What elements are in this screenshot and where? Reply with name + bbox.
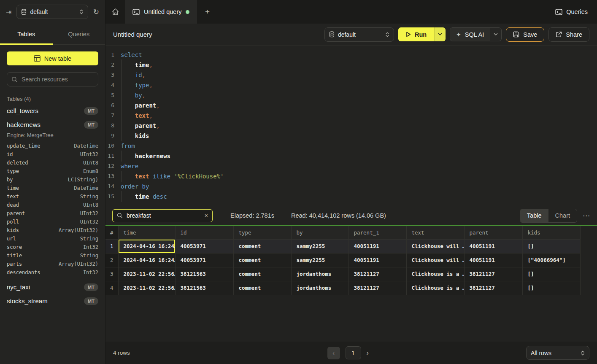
row-number[interactable]: 1 [105, 239, 118, 253]
tab-label: Untitled query [144, 8, 181, 15]
code-line[interactable]: 4 type, [105, 80, 597, 90]
column-header-kids[interactable]: kids [522, 226, 580, 239]
view-toggle-table[interactable]: Table [520, 209, 548, 222]
query-database-selector[interactable]: default [324, 27, 394, 42]
run-options-chevron[interactable] [434, 27, 446, 41]
table-cell[interactable]: 38121127 [464, 281, 522, 295]
table-cell[interactable]: 2023-11-02 22:56… [118, 281, 175, 295]
clear-search-icon[interactable]: × [205, 212, 208, 219]
code-line[interactable]: 7 text, [105, 111, 597, 121]
code-line[interactable]: 14order by [105, 181, 597, 191]
table-cell[interactable]: 38121127 [348, 281, 406, 295]
table-cell[interactable]: Clickhouse is a … [406, 267, 464, 281]
search-resources-input[interactable] [22, 76, 94, 83]
sidebar-tab-queries[interactable]: Queries [53, 24, 105, 44]
chevron-updown-icon [581, 350, 585, 356]
line-number: 4 [105, 80, 121, 90]
sidebar: Tables Queries New table Tables (4) cell… [0, 24, 105, 364]
sidebar-table-cell_towers[interactable]: cell_towersMT [7, 104, 98, 118]
sidebar-tab-tables[interactable]: Tables [0, 24, 53, 44]
code-line[interactable]: 6 parent, [105, 100, 597, 111]
column-header-by[interactable]: by [291, 226, 348, 239]
refresh-icon[interactable]: ↻ [93, 8, 99, 16]
run-button[interactable]: Run [398, 27, 434, 41]
row-number[interactable]: 3 [105, 267, 118, 281]
table-cell[interactable]: 2024-04-16 16:24… [118, 239, 175, 253]
table-cell[interactable]: Clickhouse will … [406, 239, 464, 253]
share-button[interactable]: Share [548, 27, 589, 42]
column-header-text[interactable]: text [406, 226, 464, 239]
code-line[interactable]: 8 parent, [105, 121, 597, 131]
code-line[interactable]: 9 kids [105, 131, 597, 141]
table-cell[interactable]: 40051191 [348, 239, 406, 253]
table-cell[interactable]: comment [233, 239, 291, 253]
column-header-type[interactable]: type [233, 226, 291, 239]
more-options-icon[interactable]: ⋯ [583, 211, 590, 220]
table-cell[interactable]: 2024-04-16 16:24… [118, 253, 175, 267]
next-page-icon[interactable]: › [366, 349, 368, 357]
sidebar-search[interactable] [7, 72, 98, 86]
results-search-box[interactable]: breakfast × [112, 209, 213, 222]
database-selector[interactable]: default [16, 5, 88, 19]
code-line[interactable]: 3 id, [105, 70, 597, 80]
new-table-button[interactable]: New table [7, 51, 98, 65]
table-cell[interactable]: Clickhouse will … [406, 253, 464, 267]
code-line[interactable]: 5 by, [105, 90, 597, 100]
sidebar-table-hackernews[interactable]: hackernewsMT [7, 118, 98, 132]
collapse-sidebar-icon[interactable]: ⇥ [6, 8, 11, 16]
table-cell[interactable]: comment [233, 267, 291, 281]
table-cell[interactable]: [] [522, 267, 580, 281]
sql-ai-chevron[interactable] [490, 27, 502, 41]
column-header-parent_1[interactable]: parent_1 [348, 226, 406, 239]
table-cell[interactable]: 40051191 [464, 253, 522, 267]
table-cell[interactable]: Clickhouse is a … [406, 281, 464, 295]
column-header-#[interactable]: # [105, 226, 118, 239]
queries-button[interactable]: Queries [555, 0, 588, 24]
table-cell[interactable]: 40051191 [348, 253, 406, 267]
code-line[interactable]: 12where [105, 161, 597, 171]
new-tab-button[interactable]: + [197, 0, 217, 24]
view-toggle-chart[interactable]: Chart [548, 209, 577, 222]
page-number-input[interactable]: 1 [345, 346, 361, 359]
column-header-time[interactable]: time [118, 226, 175, 239]
table-cell[interactable]: 2023-11-02 22:56… [118, 267, 175, 281]
table-cell[interactable]: [] [522, 239, 580, 253]
table-cell[interactable]: 40053971 [175, 253, 233, 267]
table-cell[interactable]: 38121127 [348, 267, 406, 281]
row-number[interactable]: 2 [105, 253, 118, 267]
sql-editor[interactable]: 1select2 time,3 id,4 type,5 by,6 parent,… [105, 46, 597, 206]
tab-untitled-query[interactable]: Untitled query [125, 0, 197, 24]
code-line[interactable]: 2 time, [105, 60, 597, 70]
sidebar-table-nyc_taxi[interactable]: nyc_taxiMT [7, 280, 98, 294]
table-cell[interactable]: [] [522, 281, 580, 295]
table-cell[interactable]: comment [233, 253, 291, 267]
code-line[interactable]: 10from [105, 141, 597, 151]
code-line[interactable]: 13 text ilike '%ClickHouse%' [105, 171, 597, 181]
column-row: scoreInt32 [7, 243, 98, 251]
code-line[interactable]: 15 time desc [105, 191, 597, 202]
sidebar-table-stocks_stream[interactable]: stocks_streamMT [7, 294, 98, 308]
queries-button-label: Queries [566, 8, 588, 15]
sql-ai-button[interactable]: ✦ SQL AI [450, 27, 490, 41]
table-cell[interactable]: jordanthoms [291, 267, 348, 281]
table-cell[interactable]: 38121563 [175, 267, 233, 281]
page-size-selector[interactable]: All rows [526, 346, 589, 360]
row-number[interactable]: 4 [105, 281, 118, 295]
table-cell[interactable]: sammy2255 [291, 253, 348, 267]
table-cell[interactable]: comment [233, 281, 291, 295]
table-cell[interactable]: sammy2255 [291, 239, 348, 253]
table-cell[interactable]: jordanthoms [291, 281, 348, 295]
table-cell[interactable]: 40051191 [464, 239, 522, 253]
prev-page-icon[interactable]: ‹ [327, 347, 340, 359]
code-line[interactable]: 11 hackernews [105, 151, 597, 161]
table-cell[interactable]: 40053971 [175, 239, 233, 253]
code-line[interactable]: 1select [105, 50, 597, 60]
table-cell[interactable]: ["40066964"] [522, 253, 580, 267]
column-header-parent[interactable]: parent [464, 226, 522, 239]
save-button[interactable]: Save [506, 27, 544, 42]
table-cell[interactable]: 38121127 [464, 267, 522, 281]
table-cell[interactable]: 38121563 [175, 281, 233, 295]
column-header-id[interactable]: id [175, 226, 233, 239]
column-row: deletedUInt8 [7, 159, 98, 167]
home-icon[interactable] [105, 0, 125, 24]
